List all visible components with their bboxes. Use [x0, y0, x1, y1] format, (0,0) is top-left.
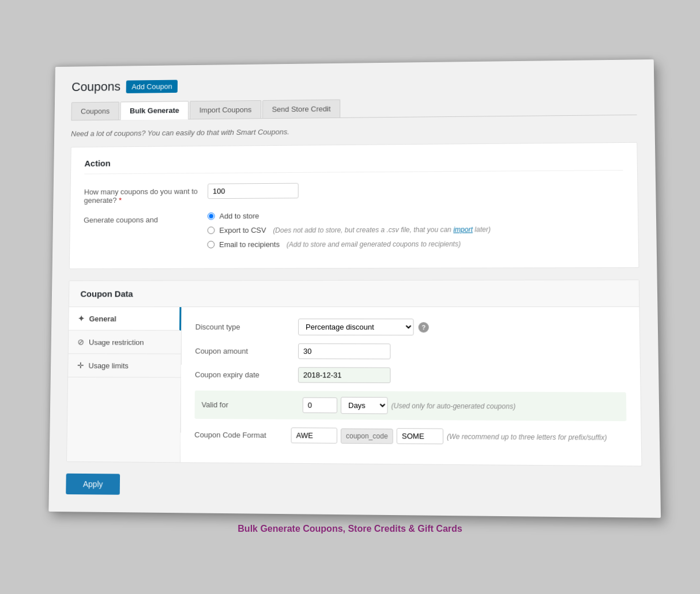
apply-button[interactable]: Apply	[66, 473, 120, 494]
radio-add-to-store-input[interactable]	[208, 212, 215, 220]
sidebar-item-general[interactable]: ✦ General	[69, 307, 181, 331]
coupon-code-label: Coupon Code Format	[194, 430, 291, 440]
coupon-code-prefix-input[interactable]	[291, 427, 337, 443]
action-section: Action How many coupons do you want to g…	[69, 142, 639, 268]
valid-for-note: (Used only for auto-generated coupons)	[392, 401, 516, 410]
quantity-field	[208, 181, 623, 199]
valid-for-row: Valid for Days Weeks Months (Used only f…	[194, 390, 626, 421]
radio-group: Add to store Export to CSV (Does not add…	[207, 210, 624, 249]
add-coupon-button[interactable]: Add Coupon	[126, 80, 178, 93]
discount-type-row: Discount type Percentage discount Fixed …	[195, 318, 626, 335]
import-link[interactable]: import	[453, 225, 473, 233]
coupon-data-main: Discount type Percentage discount Fixed …	[180, 307, 641, 466]
usage-limits-icon: ✛	[77, 361, 84, 370]
coupon-expiry-field	[298, 367, 391, 383]
discount-type-label: Discount type	[195, 322, 298, 331]
radio-email-recipients: Email to recipients (Add to store and em…	[207, 239, 624, 248]
tab-send-store-credit[interactable]: Send Store Credit	[262, 99, 340, 118]
valid-for-controls: Days Weeks Months (Used only for auto-ge…	[303, 396, 515, 414]
radio-export-csv: Export to CSV (Does not add to store, bu…	[208, 224, 624, 234]
coupon-code-static: coupon_code	[341, 428, 393, 444]
general-icon: ✦	[78, 313, 85, 323]
help-icon[interactable]: ?	[419, 321, 429, 332]
valid-for-label: Valid for	[201, 400, 298, 409]
coupon-amount-input[interactable]	[298, 343, 390, 359]
quantity-label: How many coupons do you want to generate…	[84, 183, 208, 205]
coupon-amount-label: Coupon amount	[195, 346, 298, 355]
coupon-data-body: ✦ General ⊘ Usage restriction ✛ Usage li…	[67, 307, 641, 466]
coupon-amount-row: Coupon amount	[195, 343, 626, 360]
coupon-data-header: Coupon Data	[69, 280, 639, 307]
sidebar-item-usage-restriction[interactable]: ⊘ Usage restriction	[69, 330, 181, 354]
coupon-amount-field	[298, 343, 390, 359]
generate-row: Generate coupons and Add to store Export…	[83, 210, 624, 249]
page-header: Coupons Add Coupon	[71, 73, 637, 94]
coupon-code-row: Coupon Code Format coupon_code (We recom…	[194, 426, 627, 445]
radio-email-input[interactable]	[207, 241, 214, 248]
coupon-data-section: Coupon Data ✦ General ⊘ Usage restrictio…	[66, 279, 642, 466]
export-csv-desc: (Does not add to store, but creates a .c…	[273, 225, 490, 233]
discount-type-field: Percentage discount Fixed cart discount …	[298, 319, 429, 335]
coupon-code-note: (We recommend up to three letters for pr…	[447, 432, 607, 441]
tab-import-coupons[interactable]: Import Coupons	[190, 100, 261, 118]
radio-export-csv-input[interactable]	[208, 226, 215, 234]
apply-button-wrapper: Apply	[66, 473, 642, 500]
quantity-input[interactable]	[208, 183, 299, 199]
email-desc: (Add to store and email generated coupon…	[287, 240, 461, 248]
coupon-code-controls: coupon_code (We recommend up to three le…	[291, 427, 607, 445]
coupon-data-sidebar: ✦ General ⊘ Usage restriction ✛ Usage li…	[67, 307, 182, 462]
tab-bulk-generate[interactable]: Bulk Generate	[120, 101, 189, 120]
tabs-nav: Coupons Bulk Generate Import Coupons Sen…	[71, 96, 637, 120]
coupon-expiry-row: Coupon expiry date	[195, 366, 626, 384]
coupon-expiry-label: Coupon expiry date	[195, 370, 298, 379]
quantity-row: How many coupons do you want to generate…	[84, 181, 624, 205]
footer-text: Bulk Generate Coupons, Store Credits & G…	[238, 524, 462, 534]
generate-label: Generate coupons and	[84, 211, 208, 224]
usage-restriction-icon: ⊘	[77, 337, 84, 346]
page-wrapper: Coupons Add Coupon Coupons Bulk Generate…	[48, 59, 661, 518]
radio-add-to-store: Add to store	[208, 210, 624, 220]
valid-for-unit-select[interactable]: Days Weeks Months	[341, 396, 388, 414]
sidebar-item-usage-limits[interactable]: ✛ Usage limits	[68, 354, 181, 377]
valid-for-inner: Valid for Days Weeks Months (Used only f…	[201, 396, 619, 415]
discount-type-select[interactable]: Percentage discount Fixed cart discount …	[298, 319, 413, 335]
action-title: Action	[84, 154, 623, 174]
tab-coupons[interactable]: Coupons	[71, 101, 119, 120]
coupon-expiry-input[interactable]	[298, 367, 391, 383]
page-subtitle: Need a lot of coupons? You can easily do…	[71, 124, 637, 138]
coupon-data-title: Coupon Data	[80, 288, 627, 298]
coupon-code-suffix-input[interactable]	[397, 428, 443, 444]
valid-for-input[interactable]	[303, 397, 337, 413]
page-title: Coupons	[71, 79, 121, 94]
